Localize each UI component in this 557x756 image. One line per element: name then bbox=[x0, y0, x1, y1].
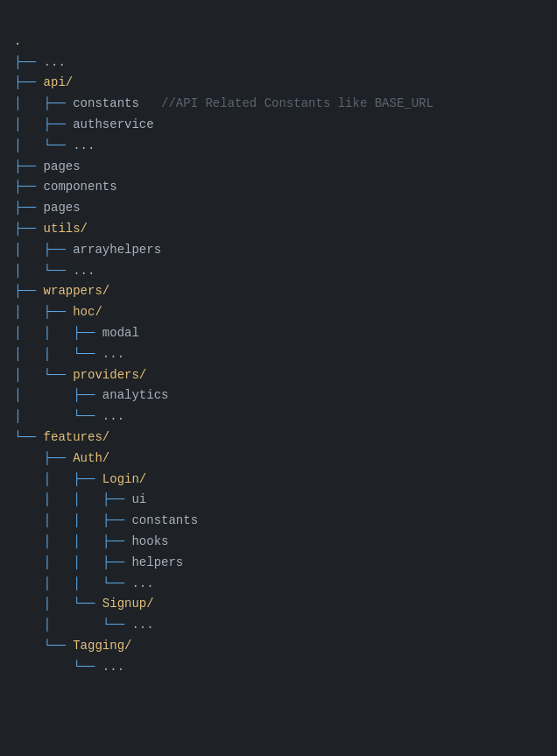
tree-line: └── features/ bbox=[14, 427, 543, 449]
tree-branch: ├── bbox=[102, 534, 132, 548]
tree-indent bbox=[14, 660, 73, 674]
tree-branch: ├── bbox=[14, 55, 44, 69]
tree-line: ├── components bbox=[14, 177, 543, 198]
tree-indent bbox=[14, 451, 44, 465]
dir-name: features/ bbox=[44, 430, 110, 444]
tree-indent: │ │ bbox=[14, 534, 102, 548]
tree-line: │ └── ... bbox=[14, 406, 543, 427]
file-name: ... bbox=[73, 138, 95, 152]
tree-branch: ├── bbox=[44, 243, 74, 257]
file-name: analytics bbox=[102, 388, 169, 402]
file-name: helpers bbox=[131, 555, 183, 569]
tree-line: │ ├── arrayhelpers bbox=[14, 240, 543, 261]
file-name: ... bbox=[102, 347, 124, 361]
tree-branch: ├── bbox=[73, 472, 102, 486]
dir-name: Signup/ bbox=[102, 597, 154, 611]
tree-indent: │ bbox=[14, 96, 44, 110]
file-name: ... bbox=[44, 55, 66, 69]
tree-branch: ├── bbox=[102, 492, 132, 506]
tree-line: ├── utils/ bbox=[14, 219, 543, 240]
tree-branch: ├── bbox=[14, 159, 44, 173]
file-name: ui bbox=[131, 492, 146, 506]
tree-branch: └── bbox=[44, 138, 74, 152]
tree-indent: │ bbox=[14, 597, 73, 611]
tree-line: │ ├── constants //API Related Constants … bbox=[14, 94, 543, 115]
file-name: ... bbox=[131, 618, 153, 632]
tree-line: . bbox=[14, 32, 543, 53]
dir-name: utils/ bbox=[44, 222, 88, 236]
tree-branch: ├── bbox=[44, 117, 74, 131]
tree-branch: ├── bbox=[102, 513, 132, 527]
tree-line: ├── wrappers/ bbox=[14, 281, 543, 302]
tree-branch: └── bbox=[102, 618, 132, 632]
line-comment: //API Related Constants like BASE_URL bbox=[139, 96, 434, 110]
file-name: pages bbox=[44, 201, 81, 215]
tree-indent: │ │ bbox=[14, 576, 102, 590]
file-name: constants bbox=[131, 513, 198, 527]
tree-line: │ └── Signup/ bbox=[14, 594, 543, 615]
tree-indent: │ bbox=[14, 618, 102, 632]
tree-line: │ ├── Login/ bbox=[14, 470, 543, 491]
tree-indent: │ bbox=[14, 117, 44, 131]
tree-branch: ├── bbox=[14, 222, 44, 236]
tree-branch: └── bbox=[73, 597, 102, 611]
tree-line: │ │ ├── modal bbox=[14, 323, 543, 344]
tree-line: │ ├── hoc/ bbox=[14, 302, 543, 323]
tree-indent: │ │ bbox=[14, 347, 73, 361]
file-name: components bbox=[44, 180, 117, 194]
tree-branch: └── bbox=[73, 409, 102, 423]
file-name: constants bbox=[73, 96, 139, 110]
file-name: hooks bbox=[131, 534, 168, 548]
tree-indent: │ bbox=[14, 388, 73, 402]
file-name: modal bbox=[102, 326, 139, 340]
tree-indent: │ bbox=[14, 138, 44, 152]
tree-line: │ ├── authservice bbox=[14, 115, 543, 136]
tree-line: ├── Auth/ bbox=[14, 449, 543, 470]
tree-indent: │ bbox=[14, 409, 73, 423]
file-name: ... bbox=[131, 576, 153, 590]
tree-line: │ │ ├── constants bbox=[14, 511, 543, 532]
dir-name: wrappers/ bbox=[44, 284, 110, 298]
tree-branch: ├── bbox=[44, 96, 74, 110]
tree-indent: │ bbox=[14, 305, 44, 319]
tree-line: ├── api/ bbox=[14, 73, 543, 94]
tree-indent: │ bbox=[14, 472, 73, 486]
file-name: ... bbox=[102, 409, 124, 423]
dir-name: Tagging/ bbox=[73, 639, 131, 653]
tree-line: │ └── ... bbox=[14, 136, 543, 157]
tree-branch: ├── bbox=[73, 326, 102, 340]
file-name: arrayhelpers bbox=[73, 243, 161, 257]
dir-name: providers/ bbox=[73, 368, 146, 382]
tree-line: │ │ └── ... bbox=[14, 574, 543, 595]
root-dir: . bbox=[14, 34, 21, 48]
file-name: ... bbox=[73, 264, 95, 278]
file-tree: .├── ...├── api/│ ├── constants //API Re… bbox=[14, 11, 543, 678]
tree-indent: │ bbox=[14, 264, 44, 278]
tree-branch: └── bbox=[44, 368, 74, 382]
dir-name: Login/ bbox=[102, 472, 146, 486]
tree-indent: │ │ bbox=[14, 513, 102, 527]
file-name: authservice bbox=[73, 117, 153, 131]
tree-line: │ │ └── ... bbox=[14, 344, 543, 365]
tree-branch: └── bbox=[14, 430, 44, 444]
tree-branch: └── bbox=[102, 576, 132, 590]
tree-line: │ │ ├── hooks bbox=[14, 532, 543, 553]
tree-branch: ├── bbox=[44, 305, 74, 319]
tree-line: │ └── ... bbox=[14, 615, 543, 636]
dir-name: hoc/ bbox=[73, 305, 102, 319]
tree-branch: └── bbox=[44, 264, 74, 278]
tree-branch: └── bbox=[44, 639, 74, 653]
tree-branch: └── bbox=[73, 347, 102, 361]
tree-line: ├── pages bbox=[14, 198, 543, 219]
tree-indent: │ │ bbox=[14, 555, 102, 569]
tree-line: ├── pages bbox=[14, 157, 543, 178]
tree-branch: ├── bbox=[14, 201, 44, 215]
tree-indent: │ │ bbox=[14, 326, 73, 340]
tree-branch: ├── bbox=[14, 180, 44, 194]
tree-indent: │ │ bbox=[14, 492, 102, 506]
tree-branch: ├── bbox=[73, 388, 102, 402]
tree-branch: └── bbox=[73, 660, 102, 674]
tree-branch: ├── bbox=[102, 555, 132, 569]
tree-line: └── Tagging/ bbox=[14, 636, 543, 657]
tree-branch: ├── bbox=[44, 451, 74, 465]
